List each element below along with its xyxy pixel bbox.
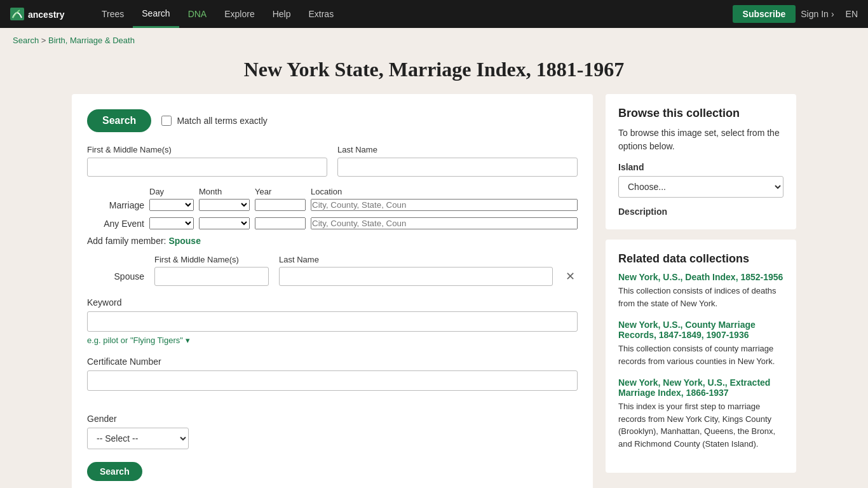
- related-desc-1: This collection consists of indices of d…: [618, 285, 783, 309]
- related-item-2: New York, U.S., County Marriage Records,…: [618, 320, 783, 367]
- search-panel: Search Match all terms exactly First & M…: [72, 94, 593, 488]
- cert-label: Certificate Number: [87, 356, 578, 367]
- nav-links: Trees Search DNA Explore Help Extras: [93, 0, 733, 28]
- subscribe-button[interactable]: Subscribe: [733, 5, 796, 23]
- signin-link[interactable]: Sign In ›: [801, 9, 834, 19]
- related-link-1[interactable]: New York, U.S., Death Index, 1852-1956: [618, 272, 783, 282]
- spouse-section: First & Middle Name(s) Last Name Spouse …: [87, 255, 578, 286]
- last-name-group: Last Name: [337, 145, 578, 177]
- first-name-input[interactable]: [87, 158, 327, 177]
- bottom-search-button[interactable]: Search: [87, 462, 142, 481]
- right-panel: Browse this collection To browse this im…: [606, 94, 796, 488]
- spouse-last-header: Last Name: [279, 255, 319, 264]
- marriage-year-input[interactable]: [255, 199, 306, 211]
- nav-explore[interactable]: Explore: [215, 0, 263, 28]
- related-title: Related data collections: [618, 252, 783, 266]
- search-button[interactable]: Search: [87, 109, 151, 132]
- svg-rect-0: [10, 8, 24, 20]
- spouse-last-input[interactable]: [279, 267, 553, 286]
- keyword-hint-chevron: ▾: [186, 336, 190, 345]
- browse-card: Browse this collection To browse this im…: [606, 94, 796, 229]
- related-desc-3: This index is your first step to marriag…: [618, 400, 783, 450]
- date-headers: Day Month Year Location: [87, 187, 578, 196]
- marriage-date-row: Marriage: [87, 199, 578, 211]
- first-name-group: First & Middle Name(s): [87, 145, 327, 177]
- browse-desc: To browse this image set, select from th…: [618, 126, 783, 153]
- any-event-day-select[interactable]: [149, 217, 194, 229]
- gender-select[interactable]: -- Select -- Male Female: [87, 428, 189, 449]
- nav-right: Subscribe Sign In › EN: [733, 5, 858, 23]
- keyword-section: Keyword e.g. pilot or "Flying Tigers" ▾: [87, 297, 578, 345]
- bottom-buttons: Search: [87, 462, 578, 481]
- any-event-year-input[interactable]: [255, 217, 306, 229]
- search-top-row: Search Match all terms exactly: [87, 109, 578, 132]
- related-item-1: New York, U.S., Death Index, 1852-1956 T…: [618, 272, 783, 309]
- any-event-date-row: Any Event: [87, 217, 578, 229]
- page-title: New York State, Marriage Index, 1881-196…: [0, 48, 868, 94]
- browse-title: Browse this collection: [618, 107, 783, 120]
- related-card: Related data collections New York, U.S.,…: [606, 240, 796, 473]
- match-text: Match all terms exactly: [177, 116, 267, 126]
- last-name-label: Last Name: [337, 145, 578, 154]
- language-selector[interactable]: EN: [839, 9, 858, 19]
- related-desc-2: This collection consists of county marri…: [618, 342, 783, 367]
- keyword-hint[interactable]: e.g. pilot or "Flying Tigers" ▾: [87, 336, 578, 345]
- any-event-location-input[interactable]: [311, 217, 578, 229]
- spouse-first-header: First & Middle Name(s): [154, 255, 269, 264]
- nav-search[interactable]: Search: [133, 0, 179, 28]
- add-family-section: Add family member: Spouse: [87, 236, 578, 246]
- name-fields-row: First & Middle Name(s) Last Name: [87, 145, 578, 177]
- marriage-label: Marriage: [87, 200, 144, 210]
- main-layout: Search Match all terms exactly First & M…: [59, 94, 809, 488]
- last-name-input[interactable]: [337, 158, 578, 177]
- nav-dna[interactable]: DNA: [179, 0, 216, 28]
- spouse-link[interactable]: Spouse: [168, 236, 201, 246]
- first-name-label: First & Middle Name(s): [87, 145, 327, 154]
- svg-text:ancestry: ancestry: [28, 10, 65, 20]
- logo[interactable]: ancestry: [10, 5, 80, 23]
- spouse-row: Spouse ✕: [87, 267, 578, 286]
- spouse-row-label: Spouse: [87, 271, 144, 281]
- any-event-month-select[interactable]: [199, 217, 250, 229]
- day-header: Day: [149, 187, 194, 196]
- remove-spouse-button[interactable]: ✕: [563, 271, 578, 282]
- marriage-month-select[interactable]: [199, 199, 250, 211]
- spouse-first-input[interactable]: [154, 267, 269, 286]
- any-event-location-group: [311, 217, 578, 229]
- any-event-label: Any Event: [87, 219, 144, 229]
- nav-help[interactable]: Help: [264, 0, 300, 28]
- related-link-3[interactable]: New York, New York, U.S., Extracted Marr…: [618, 377, 783, 398]
- related-item-3: New York, New York, U.S., Extracted Marr…: [618, 377, 783, 450]
- gender-label: Gender: [87, 414, 578, 424]
- marriage-day-select[interactable]: [149, 199, 194, 211]
- nav-extras[interactable]: Extras: [299, 0, 342, 28]
- marriage-location-group: [311, 199, 578, 211]
- island-label: Island: [618, 162, 783, 172]
- add-family-label: Add family member:: [87, 236, 166, 246]
- island-select[interactable]: Choose...: [618, 176, 783, 198]
- cert-input[interactable]: [87, 370, 578, 391]
- breadcrumb-search[interactable]: Search: [13, 36, 39, 45]
- related-link-2[interactable]: New York, U.S., County Marriage Records,…: [618, 320, 783, 340]
- match-label[interactable]: Match all terms exactly: [161, 116, 267, 126]
- marriage-location-input[interactable]: [311, 199, 578, 211]
- navbar: ancestry Trees Search DNA Explore Help E…: [0, 0, 868, 28]
- month-header: Month: [199, 187, 250, 196]
- keyword-label: Keyword: [87, 297, 578, 308]
- breadcrumb: Search > Birth, Marriage & Death: [0, 28, 868, 48]
- description-label: Description: [618, 207, 783, 217]
- location-header: Location: [311, 187, 578, 196]
- match-checkbox[interactable]: [161, 116, 172, 126]
- gender-section: Gender -- Select -- Male Female: [87, 414, 578, 449]
- certificate-section: Certificate Number: [87, 356, 578, 402]
- breadcrumb-category[interactable]: Birth, Marriage & Death: [48, 36, 135, 45]
- year-header: Year: [255, 187, 306, 196]
- keyword-input[interactable]: [87, 311, 578, 332]
- nav-trees[interactable]: Trees: [93, 0, 133, 28]
